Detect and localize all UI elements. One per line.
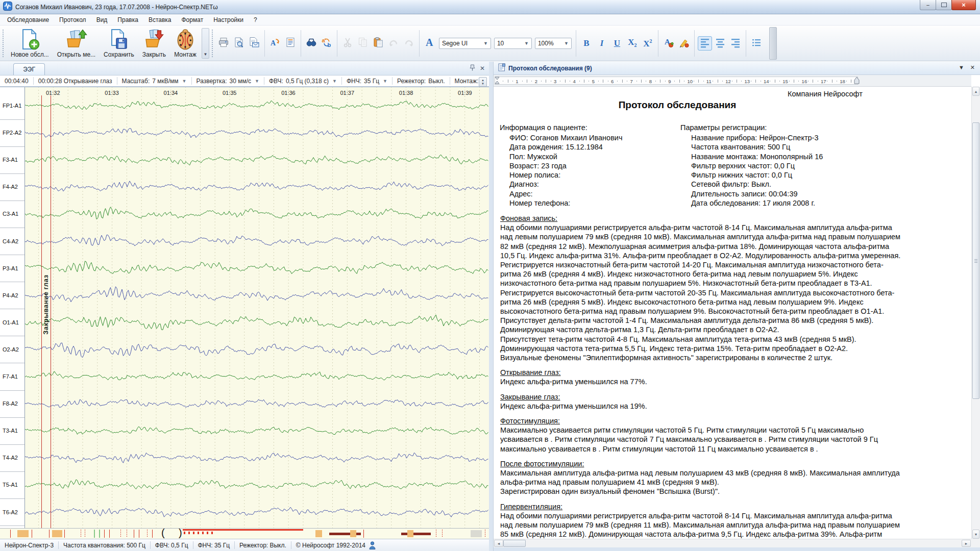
overview-red-dash <box>85 530 85 538</box>
close-panel-icon[interactable]: ✕ <box>480 65 485 71</box>
new-exam-button[interactable]: Новое обсл... <box>7 27 53 60</box>
font-color-button[interactable]: A <box>662 36 676 51</box>
montage-head-button[interactable]: Монтаж <box>170 27 201 60</box>
ruler-dot <box>522 81 523 82</box>
maximize-button[interactable] <box>936 0 952 10</box>
bold-button[interactable]: B <box>579 36 594 51</box>
zoom-combo[interactable]: 100%▼ <box>535 38 572 49</box>
eeg-waveforms[interactable] <box>25 87 488 528</box>
replace-ab-button[interactable]: ab <box>320 36 334 51</box>
align-right-button[interactable] <box>728 36 743 51</box>
channel-label: F7-A1 <box>3 373 18 380</box>
align-center-button[interactable] <box>713 36 727 51</box>
фвч-field[interactable]: ФВЧ:0,5 Гц (0,318 с)▼ <box>269 78 337 85</box>
bullet-list-icon <box>751 37 762 50</box>
italic-button[interactable]: I <box>595 36 609 51</box>
menu-item-4[interactable]: Правка <box>112 15 143 24</box>
menu-item-5[interactable]: Вставка <box>143 15 177 24</box>
menu-item-1[interactable]: Обследование <box>2 15 54 24</box>
scroll-down-icon[interactable]: ▼ <box>972 530 979 539</box>
info-separator <box>341 77 342 85</box>
scrollbar-thumb[interactable] <box>503 540 526 547</box>
page-mail-button[interactable] <box>247 36 261 51</box>
ruler-dot <box>598 81 599 82</box>
tab-eeg[interactable]: ЭЭГ <box>13 63 45 75</box>
ruler-dot <box>751 81 751 82</box>
status-separator <box>193 541 193 549</box>
main-toolbar: Новое обсл...Открыть ме...СохранитьЗакры… <box>0 26 980 61</box>
масштаб-field[interactable]: Масштаб:7 мкВ/мм▼ <box>122 78 187 85</box>
subscript-button[interactable]: X2 <box>625 36 640 51</box>
montage-spin-button[interactable]: ▲▼ <box>479 77 487 87</box>
cut-icon <box>342 37 353 50</box>
section-line: высокочастотного бета-ритма над правым п… <box>500 307 969 316</box>
field-value: 30 мм/с <box>230 78 252 85</box>
panel-menu-icon[interactable]: ▼ <box>959 65 964 70</box>
section-line: Присутствует дельта-ритм частотой 1-4 Гц… <box>500 316 969 325</box>
vertical-scrollbar[interactable]: ▲ ▼ <box>971 87 980 539</box>
scrollbar-thumb[interactable] <box>972 122 979 399</box>
registration-row: Фильтр верхних частот: 0,0 Гц <box>691 161 823 170</box>
horizontal-scrollbar[interactable]: ◄ ► <box>494 539 971 547</box>
paste-button[interactable] <box>371 36 385 51</box>
info-separator <box>450 77 450 85</box>
menu-item-2[interactable]: Протокол <box>54 15 91 24</box>
status-separator <box>291 541 291 549</box>
close-exam-button[interactable]: Закрыть <box>138 27 170 60</box>
info-separator <box>264 77 264 85</box>
montage-dropdown-button[interactable]: ▼ <box>202 28 209 59</box>
patient-row: ФИО: Соганов Михаил Иванович <box>509 133 623 142</box>
font-replace-button[interactable]: A <box>268 36 282 51</box>
protocol-section: Открывание глаз:Индекс альфа-ритма умень… <box>500 368 969 386</box>
channel-label: C4-A2 <box>3 238 18 244</box>
pin-icon[interactable] <box>470 64 475 72</box>
superscript-button[interactable]: X2 <box>641 36 655 51</box>
time-label: 01:39 <box>458 90 472 96</box>
menu-item-7[interactable]: Настройки <box>208 15 249 24</box>
protocol-list-button[interactable] <box>283 36 298 51</box>
page-preview-button[interactable] <box>232 36 246 51</box>
menu-item-6[interactable]: Формат <box>177 15 209 24</box>
toolbar-grip[interactable] <box>211 29 214 58</box>
protocol-document[interactable]: Компания Нейрософт Протокол обследования… <box>494 87 971 539</box>
indent-marker-right[interactable] <box>854 76 860 87</box>
highlight-button[interactable] <box>677 36 691 51</box>
person-icon <box>369 541 376 549</box>
record-overview-strip[interactable]: () <box>0 528 489 539</box>
underline-button[interactable]: U <box>610 36 624 51</box>
indent-marker-left[interactable] <box>495 76 500 87</box>
montage-head-icon <box>174 28 197 51</box>
chevron-down-icon: ▼ <box>332 79 337 84</box>
развертка-field[interactable]: Развертка:30 мм/с▼ <box>197 78 259 85</box>
toolbar-grip[interactable] <box>2 29 5 58</box>
overview-red-dash <box>442 530 443 538</box>
scroll-left-icon[interactable]: ◄ <box>494 540 503 547</box>
toolbar-handle[interactable] <box>769 27 777 60</box>
фнч-field[interactable]: ФНЧ:35 Гц▼ <box>347 78 387 85</box>
menu-item-3[interactable]: Вид <box>91 15 113 24</box>
scroll-up-icon[interactable]: ▲ <box>972 87 979 96</box>
close-panel-icon[interactable]: ✕ <box>970 65 975 70</box>
menu-item-8[interactable]: ? <box>249 15 262 24</box>
scroll-right-icon[interactable]: ► <box>962 540 971 547</box>
analyzed-range-bar <box>183 529 303 531</box>
close-button[interactable]: × <box>951 0 976 10</box>
highlight-icon <box>678 37 690 50</box>
save-exam-button[interactable]: Сохранить <box>100 27 138 60</box>
font-size-combo[interactable]: 10▼ <box>494 38 532 49</box>
align-left-button[interactable] <box>698 36 712 51</box>
minimize-button[interactable]: – <box>920 0 936 10</box>
print-button[interactable] <box>216 36 231 51</box>
font-replace-icon: A <box>270 37 281 50</box>
panel-splitter[interactable] <box>489 62 493 551</box>
bullet-list-button[interactable] <box>749 36 764 51</box>
ruler-tick <box>546 80 546 83</box>
overview-red-line <box>32 530 32 538</box>
overview-red-line <box>64 530 65 538</box>
font-a-button[interactable]: A <box>423 36 437 51</box>
field-value: 35 Гц <box>364 78 379 85</box>
binoculars-button[interactable] <box>304 36 318 51</box>
time-label: 01:37 <box>340 90 355 96</box>
open-exam-button[interactable]: Открыть ме... <box>53 27 100 60</box>
font-name-combo[interactable]: Segoe UI▼ <box>439 38 491 49</box>
